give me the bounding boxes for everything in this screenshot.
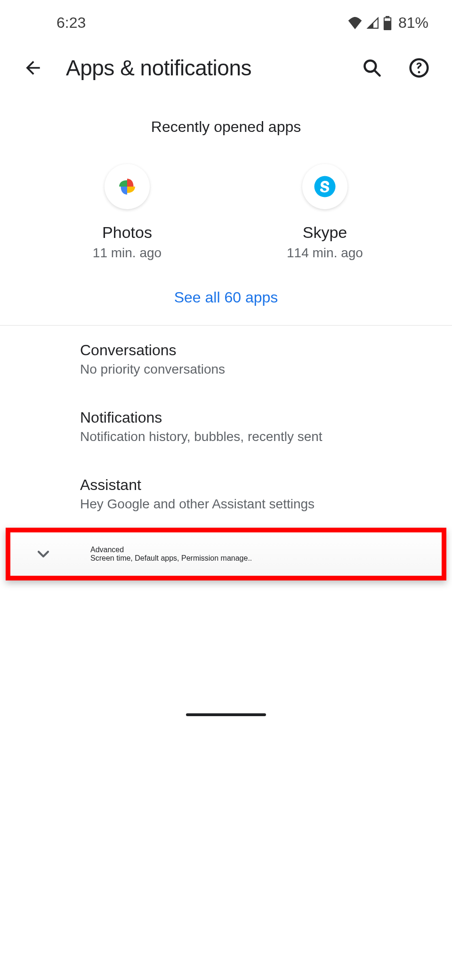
nav-handle[interactable] [186, 713, 266, 716]
photos-icon [105, 164, 150, 209]
item-title: Assistant [80, 476, 433, 494]
see-all-apps-link[interactable]: See all 60 apps [0, 289, 452, 306]
item-subtitle: Screen time, Default apps, Permission ma… [90, 554, 423, 563]
advanced-item[interactable]: Advanced Screen time, Default apps, Perm… [10, 532, 442, 576]
app-name-label: Skype [303, 223, 347, 242]
help-button[interactable] [405, 57, 433, 78]
app-bar: Apps & notifications [0, 36, 452, 99]
recent-apps-grid: Photos 11 min. ago Skype 114 min. ago [0, 164, 452, 261]
item-title: Notifications [80, 409, 433, 426]
back-button[interactable] [19, 57, 47, 78]
wifi-icon [347, 17, 363, 29]
item-subtitle: Notification history, bubbles, recently … [80, 429, 433, 444]
battery-icon [383, 16, 392, 30]
item-subtitle: No priority conversations [80, 362, 433, 377]
assistant-item[interactable]: Assistant Hey Google and other Assistant… [0, 460, 452, 528]
item-title: Conversations [80, 342, 433, 359]
recent-app-skype[interactable]: Skype 114 min. ago [254, 164, 396, 261]
item-subtitle: Hey Google and other Assistant settings [80, 497, 433, 512]
search-button[interactable] [358, 57, 386, 78]
battery-percent: 81% [398, 14, 428, 32]
highlight-annotation: Advanced Screen time, Default apps, Perm… [6, 528, 446, 580]
svg-line-4 [375, 71, 380, 76]
conversations-item[interactable]: Conversations No priority conversations [0, 326, 452, 393]
app-sub-label: 114 min. ago [287, 245, 363, 261]
svg-point-6 [418, 71, 420, 74]
skype-icon [302, 164, 347, 209]
page-title: Apps & notifications [66, 55, 339, 81]
recent-apps-header: Recently opened apps [0, 118, 452, 136]
svg-rect-2 [385, 18, 390, 20]
status-time: 6:23 [24, 14, 86, 32]
item-title: Advanced [90, 546, 423, 554]
chevron-down-icon [34, 545, 53, 564]
status-right: 81% [347, 14, 428, 32]
app-sub-label: 11 min. ago [93, 245, 161, 261]
recent-app-photos[interactable]: Photos 11 min. ago [56, 164, 198, 261]
app-name-label: Photos [102, 223, 152, 242]
notifications-item[interactable]: Notifications Notification history, bubb… [0, 393, 452, 460]
cell-signal-icon [366, 17, 379, 29]
svg-rect-1 [386, 16, 389, 17]
status-bar: 6:23 81% [0, 0, 452, 36]
